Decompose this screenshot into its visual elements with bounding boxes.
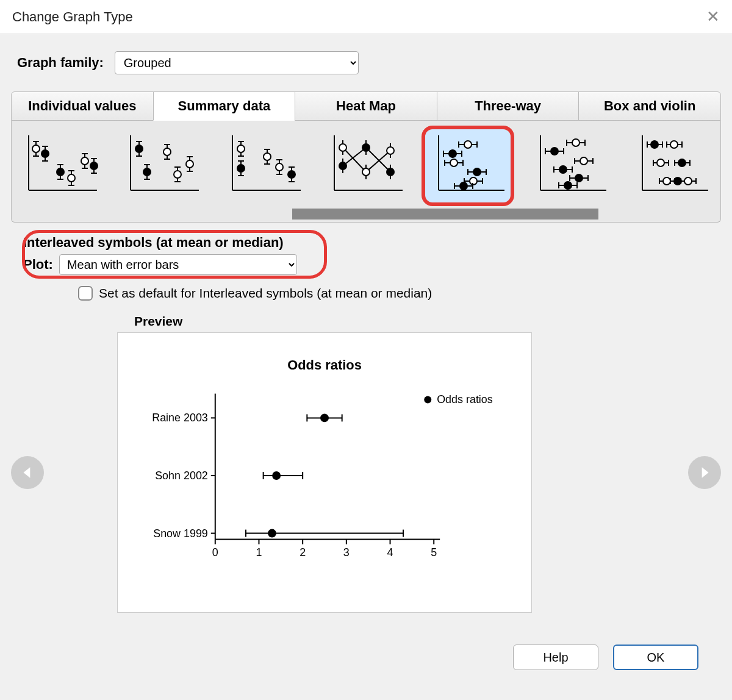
next-arrow-button[interactable] — [688, 456, 721, 489]
plot-settings: Interleaved symbols (at mean or median) … — [11, 235, 721, 301]
dialog-buttons: Help OK — [513, 645, 698, 670]
svg-point-83 — [387, 168, 394, 176]
svg-text:3: 3 — [343, 546, 350, 559]
svg-text:Odds ratios: Odds ratios — [287, 357, 362, 373]
tab-individual-values[interactable]: Individual values — [11, 91, 154, 121]
graph-family-select[interactable]: Grouped — [115, 51, 359, 74]
svg-point-39 — [163, 148, 171, 155]
svg-point-135 — [564, 182, 572, 189]
graph-thumb-1[interactable] — [18, 129, 103, 202]
tab-heat-map[interactable]: Heat Map — [295, 91, 437, 121]
graph-family-label: Graph family: — [17, 55, 104, 71]
svg-point-119 — [551, 148, 558, 155]
svg-point-17 — [68, 174, 75, 182]
svg-text:Snow 1999: Snow 1999 — [153, 527, 208, 540]
svg-point-109 — [460, 182, 467, 190]
set-default-checkbox[interactable] — [78, 286, 93, 301]
graph-family-row: Graph family: Grouped — [11, 51, 721, 74]
graph-thumb-4[interactable] — [323, 129, 409, 202]
svg-point-73 — [339, 144, 346, 151]
svg-point-79 — [362, 168, 370, 176]
svg-text:2: 2 — [300, 546, 306, 559]
graph-thumb-7[interactable] — [629, 129, 714, 202]
svg-text:Raine 2003: Raine 2003 — [152, 412, 208, 424]
settings-section-title: Interleaved symbols (at mean or median) — [23, 235, 721, 251]
svg-point-13 — [57, 168, 64, 176]
tab-summary-data[interactable]: Summary data — [153, 91, 296, 121]
titlebar: Change Graph Type ✕ — [0, 0, 732, 34]
svg-point-157 — [663, 177, 670, 185]
svg-point-9 — [41, 150, 49, 157]
svg-point-93 — [449, 150, 456, 157]
svg-point-192 — [320, 413, 329, 422]
svg-point-75 — [339, 162, 346, 170]
svg-text:4: 4 — [387, 546, 393, 559]
svg-point-69 — [288, 171, 295, 178]
svg-point-47 — [186, 160, 193, 168]
plot-label: Plot: — [23, 257, 53, 273]
svg-text:0: 0 — [212, 546, 218, 559]
svg-point-153 — [678, 159, 686, 166]
main-panel: Graph family: Grouped Individual values … — [0, 34, 732, 700]
close-icon[interactable]: ✕ — [706, 7, 720, 26]
graph-thumb-3[interactable] — [221, 129, 307, 202]
triangle-right-icon — [697, 465, 712, 480]
window-title: Change Graph Type — [12, 9, 133, 25]
tab-box-and-violin[interactable]: Box and violin — [578, 91, 721, 121]
tab-three-way[interactable]: Three-way — [437, 91, 580, 121]
svg-point-31 — [135, 145, 143, 152]
svg-point-131 — [575, 174, 583, 182]
svg-point-53 — [237, 145, 245, 152]
svg-point-89 — [464, 141, 472, 148]
svg-point-127 — [559, 166, 567, 173]
svg-point-77 — [362, 144, 370, 151]
svg-point-43 — [174, 171, 181, 178]
svg-point-167 — [424, 396, 431, 404]
svg-point-149 — [657, 159, 664, 166]
thumbnail-gallery — [11, 121, 721, 223]
prev-arrow-button[interactable] — [11, 456, 44, 489]
svg-text:Odds ratios: Odds ratios — [437, 393, 493, 405]
gallery-scrollbar[interactable] — [18, 209, 714, 222]
graph-thumb-5[interactable] — [425, 129, 511, 202]
svg-point-65 — [276, 163, 283, 171]
svg-point-81 — [387, 147, 394, 154]
ok-button[interactable]: OK — [613, 645, 698, 670]
svg-text:1: 1 — [256, 546, 262, 559]
tab-row: Individual values Summary data Heat Map … — [11, 91, 721, 121]
svg-point-35 — [143, 168, 151, 176]
graph-thumb-6[interactable] — [527, 129, 612, 202]
svg-point-165 — [684, 177, 692, 185]
graph-thumb-2[interactable] — [120, 129, 205, 202]
svg-point-101 — [473, 168, 481, 176]
plot-select[interactable]: Mean with error bars — [59, 254, 297, 275]
svg-point-145 — [670, 141, 678, 148]
preview-label: Preview — [134, 314, 721, 329]
svg-text:5: 5 — [431, 546, 437, 559]
svg-point-25 — [90, 162, 98, 170]
chart-preview: Odds ratiosOdds ratiosRaine 2003Sohn 200… — [117, 332, 532, 613]
help-button[interactable]: Help — [513, 645, 598, 670]
svg-text:Sohn 2002: Sohn 2002 — [155, 470, 208, 482]
triangle-left-icon — [20, 465, 35, 480]
svg-point-200 — [268, 529, 276, 538]
set-default-label: Set as default for Interleaved symbols (… — [99, 286, 432, 301]
svg-point-97 — [450, 159, 458, 166]
svg-point-196 — [272, 471, 281, 480]
svg-point-21 — [81, 157, 88, 165]
svg-point-5 — [32, 145, 40, 152]
svg-point-115 — [572, 139, 580, 146]
svg-point-123 — [580, 157, 587, 165]
svg-point-61 — [264, 153, 271, 160]
svg-point-141 — [651, 141, 658, 148]
svg-point-57 — [237, 165, 245, 172]
